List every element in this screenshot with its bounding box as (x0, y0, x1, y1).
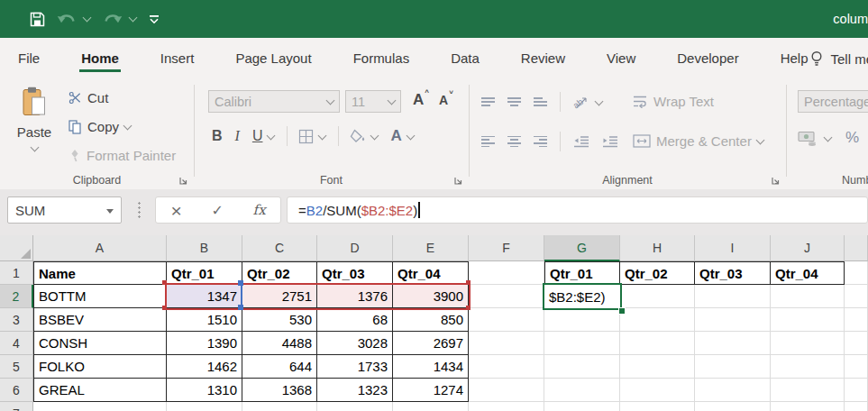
increase-indent-icon[interactable] (602, 135, 618, 148)
cell-J2[interactable] (771, 285, 845, 308)
borders-icon[interactable] (298, 129, 314, 144)
cell-H5[interactable] (620, 355, 695, 379)
align-left-icon[interactable] (481, 136, 495, 148)
cell-C1[interactable]: Qtr_02 (242, 261, 317, 285)
cell-A4[interactable]: CONSH (33, 332, 167, 355)
cell-D3[interactable]: 68 (317, 308, 393, 332)
cell-H6[interactable] (620, 379, 695, 402)
cell-F5[interactable] (469, 355, 544, 379)
cell-J5[interactable] (771, 355, 845, 379)
insert-function-button[interactable]: fx (253, 202, 266, 218)
cell-I4[interactable] (695, 332, 771, 355)
cell-I3[interactable] (695, 308, 771, 332)
cell[interactable] (845, 332, 868, 355)
row-header-5[interactable]: 5 (0, 355, 33, 379)
shrink-font-button[interactable]: A˅ (439, 93, 452, 107)
cell-D7[interactable] (317, 402, 393, 411)
tab-view[interactable]: View (607, 41, 635, 77)
orientation-icon[interactable]: ab (573, 95, 589, 109)
merge-center-button[interactable]: Merge & Center (633, 133, 763, 149)
col-header-C[interactable]: C (242, 235, 317, 261)
cell-G6[interactable] (544, 379, 620, 402)
tab-page-layout[interactable]: Page Layout (235, 41, 311, 77)
bold-button[interactable]: B (212, 128, 223, 144)
cell-E7[interactable] (393, 402, 469, 411)
font-dialog-launcher-icon[interactable] (453, 176, 463, 186)
cell[interactable] (845, 379, 868, 402)
customize-qat-button[interactable] (143, 5, 165, 32)
col-header-partial[interactable] (845, 235, 868, 261)
cell-C7[interactable] (242, 402, 317, 411)
cell-I2[interactable] (695, 285, 771, 308)
tab-help[interactable]: Help (781, 41, 809, 77)
align-top-icon[interactable] (481, 97, 495, 105)
cell-J1[interactable]: Qtr_04 (771, 261, 845, 285)
row-header-7[interactable]: 7 (0, 402, 33, 411)
col-header-A[interactable]: A (33, 235, 167, 261)
cell-B4[interactable]: 1390 (167, 332, 242, 355)
cell-B7[interactable] (167, 402, 242, 411)
paste-button[interactable]: Paste (13, 87, 56, 156)
underline-button[interactable]: U (252, 128, 263, 144)
cell-I7[interactable] (695, 402, 771, 411)
copy-dropdown-chevron[interactable] (123, 122, 132, 131)
cell-G1[interactable]: Qtr_01 (544, 261, 620, 285)
formula-bar-drag-dots[interactable] (138, 201, 141, 219)
cell-D5[interactable]: 1733 (317, 355, 393, 379)
align-center-icon[interactable] (507, 136, 521, 148)
col-header-H[interactable]: H (620, 235, 695, 261)
align-right-icon[interactable] (534, 136, 547, 148)
cell-H2[interactable] (620, 285, 695, 308)
tab-developer[interactable]: Developer (677, 41, 738, 77)
cell-G3[interactable] (544, 308, 620, 332)
cell-E4[interactable]: 2697 (393, 332, 469, 355)
fill-color-dropdown-chevron[interactable] (370, 131, 379, 140)
align-middle-icon[interactable] (507, 97, 521, 105)
cell-F2[interactable] (469, 285, 544, 308)
cell[interactable] (845, 308, 868, 332)
alignment-dialog-launcher-icon[interactable] (771, 176, 781, 186)
col-header-F[interactable]: F (469, 235, 544, 261)
tab-insert[interactable]: Insert (160, 41, 195, 77)
cell[interactable] (845, 355, 868, 379)
cell[interactable] (845, 402, 868, 411)
cell-D4[interactable]: 3028 (317, 332, 393, 355)
cell-E6[interactable]: 1274 (393, 379, 469, 402)
cell-E3[interactable]: 850 (393, 308, 469, 332)
cell-C4[interactable]: 4488 (242, 332, 317, 355)
copy-button[interactable]: Copy (69, 119, 131, 134)
cell-H7[interactable] (620, 402, 695, 411)
cell-I1[interactable]: Qtr_03 (695, 261, 771, 285)
range-handle[interactable] (162, 306, 167, 310)
cell-I6[interactable] (695, 379, 771, 402)
row-header-6[interactable]: 6 (0, 379, 33, 402)
cell-J4[interactable] (771, 332, 845, 355)
tab-data[interactable]: Data (451, 41, 480, 77)
cell-A5[interactable]: FOLKO (33, 355, 167, 379)
fill-handle[interactable] (618, 307, 626, 315)
cancel-formula-button[interactable]: × (170, 201, 181, 220)
cell-B1[interactable]: Qtr_01 (167, 261, 242, 285)
paste-dropdown-chevron[interactable] (30, 143, 39, 152)
name-box-dropdown-icon[interactable] (106, 209, 114, 214)
cell-B3[interactable]: 1510 (167, 308, 242, 332)
undo-button[interactable] (51, 5, 82, 32)
cell-B6[interactable]: 1310 (167, 379, 242, 402)
range-handle[interactable] (466, 306, 471, 310)
cell-F6[interactable] (469, 379, 544, 402)
cell-H3[interactable] (620, 308, 695, 332)
accounting-dropdown-chevron[interactable] (824, 132, 833, 142)
col-header-G[interactable]: G (544, 235, 620, 261)
cell[interactable] (845, 285, 868, 308)
tab-review[interactable]: Review (521, 41, 565, 77)
col-header-D[interactable]: D (317, 235, 393, 261)
redo-button[interactable] (97, 5, 128, 32)
col-header-J[interactable]: J (771, 235, 845, 261)
cell[interactable] (845, 261, 868, 285)
undo-dropdown-chevron[interactable] (83, 14, 92, 23)
number-format-combo[interactable]: Percentage (798, 90, 868, 113)
cell-A2[interactable]: BOTTM (33, 285, 167, 308)
font-name-combo[interactable]: Calibri (208, 90, 340, 113)
cell-D2[interactable]: 1376 (317, 285, 393, 308)
cell-F7[interactable] (469, 402, 544, 411)
